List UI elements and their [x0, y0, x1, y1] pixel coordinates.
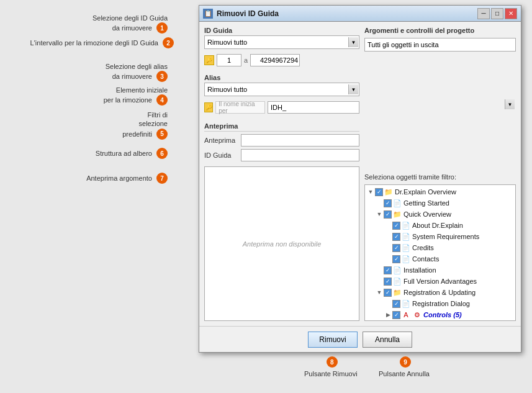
expand-icon[interactable] [384, 221, 392, 230]
tree-item[interactable]: ✓ 📄 Contacts [366, 253, 514, 264]
preview-anteprima-input[interactable] [241, 134, 359, 147]
badge-9: 9 [400, 356, 411, 368]
id-guida-preview-input[interactable] [241, 149, 359, 161]
right-panel: Argomenti e controlli del progetto Tutti… [364, 27, 516, 321]
right-panel-label: Argomenti e controlli del progetto [364, 27, 474, 34]
alias-dropdown-container: Rimuovi tutto ▼ [204, 83, 359, 96]
tree-item[interactable]: ▼ ✓ 📁 Registration & Updating [366, 287, 514, 298]
filter-placeholder-label: Il nome inizia per [215, 101, 265, 114]
dialog-controls: ─ □ ✕ [477, 8, 517, 19]
alias-label: Alias [204, 74, 359, 81]
tree-checkbox[interactable]: ✓ [384, 278, 392, 286]
tree-container[interactable]: ▼ ✓ 📁 Dr.Explain Overview ✓ 📄 Getting St… [364, 184, 516, 321]
maximize-button[interactable]: □ [491, 8, 503, 19]
page-icon: 📄 [401, 299, 411, 308]
preview-field-label: Anteprima [204, 137, 238, 144]
filter-value-input[interactable] [268, 101, 359, 114]
tree-checkbox[interactable]: ✓ [384, 266, 392, 274]
page-icon: 📄 [392, 266, 402, 274]
tree-checkbox[interactable]: ✓ [392, 300, 400, 308]
page-icon: 📄 [401, 243, 411, 252]
tree-item[interactable]: ✓ 📄 Getting Started [366, 197, 514, 209]
tree-item[interactable]: ▼ ✓ 📁 Application Main Window [366, 320, 514, 321]
badge-6: 6 [156, 148, 168, 159]
range-from-input[interactable] [217, 54, 241, 66]
tree-checkbox[interactable]: ✓ [384, 210, 392, 219]
annotation-7: Anteprima argomento 7 [28, 173, 168, 184]
tree-checkbox[interactable]: ✓ [375, 188, 383, 196]
tree-item[interactable]: ✓ 📄 System Requirements [366, 231, 514, 242]
bottom-annotation-9: 9 Pulsante Annulla [379, 356, 430, 377]
tree-item-text: Installation [404, 266, 436, 274]
tree-checkbox[interactable]: ✓ [392, 255, 400, 263]
expand-icon[interactable] [375, 199, 384, 207]
alias-dropdown[interactable]: Rimuovi tutto [204, 83, 359, 96]
right-dropdown-arrow-icon: ▼ [505, 99, 515, 109]
tree-item-text: Dr.Explain Overview [395, 188, 456, 196]
annotation-3: Selezione degli alias da rimuovere 3 [19, 62, 168, 82]
page-icon: 📄 [401, 221, 411, 230]
tree-item[interactable]: ▶ ✓ A ⚙ Controls (5) [366, 309, 514, 320]
alias-section: Alias Rimuovi tutto ▼ [204, 74, 359, 96]
page-icon: 📄 [401, 255, 411, 263]
gear-icon: ⚙ [412, 310, 422, 319]
expand-icon[interactable] [384, 232, 392, 241]
expand-icon[interactable]: ▼ [366, 187, 375, 196]
folder-icon: 📁 [384, 187, 394, 196]
right-dropdown-container: Tutti gli oggetti in uscita ▼ [364, 38, 516, 171]
id-guida-dropdown-container: Rimuovi tutto ▼ [204, 35, 359, 49]
expand-icon[interactable] [384, 299, 392, 308]
pulsante-rimuovi-label: Pulsante Rimuovi [304, 370, 358, 377]
expand-icon[interactable] [375, 277, 384, 286]
pulsante-annulla-label: Pulsante Annulla [379, 370, 430, 377]
tree-item[interactable]: ▼ ✓ 📁 Dr.Explain Overview [366, 186, 514, 197]
tree-checkbox[interactable]: ✓ [392, 244, 400, 252]
expand-icon[interactable]: ▼ [375, 210, 384, 219]
close-button[interactable]: ✕ [505, 8, 517, 19]
dialog-footer: Rimuovi Annulla [199, 326, 521, 352]
dialog-icon: 📋 [203, 9, 213, 19]
page-icon: 📄 [401, 232, 411, 241]
tree-item-text: Credits [412, 244, 434, 251]
tree-item[interactable]: ✓ 📄 About Dr.Explain [366, 220, 514, 231]
tree-checkbox[interactable]: ✓ [392, 311, 400, 319]
filter-input-row: 🔑 Il nome inizia per [204, 101, 359, 114]
preview-section-label: Anteprima [204, 122, 359, 132]
left-panel: ID Guida Rimuovi tutto ▼ 🔑 a Alias [204, 27, 359, 321]
badge-3: 3 [156, 71, 168, 82]
tree-checkbox[interactable]: ✓ [392, 222, 400, 230]
range-row: 🔑 a [204, 53, 359, 68]
filter-icon: 🔑 [204, 102, 213, 112]
tree-item-text: System Requirements [412, 233, 479, 240]
expand-icon[interactable] [375, 266, 384, 274]
tree-item[interactable]: ✓ 📄 Installation [366, 264, 514, 276]
id-guida-dropdown[interactable]: Rimuovi tutto [204, 35, 359, 49]
page-icon: 📄 [392, 199, 402, 207]
badge-5: 5 [156, 129, 168, 140]
expand-icon[interactable] [384, 243, 392, 252]
cancel-button[interactable]: Annulla [363, 332, 412, 348]
preview-field-row: Anteprima [204, 134, 359, 147]
expand-icon[interactable]: ▶ [384, 310, 392, 319]
tree-item-text: Registration Dialog [412, 300, 470, 307]
range-to-input[interactable] [250, 54, 300, 66]
right-dropdown[interactable]: Tutti gli oggetti in uscita [364, 38, 516, 52]
bottom-annotation-8: 8 Pulsante Rimuovi [304, 356, 358, 377]
annotation-1: Selezione degli ID Guida da rimuovere 1 [19, 14, 168, 34]
tree-item[interactable]: ▼ ✓ 📁 Quick Overview [366, 209, 514, 220]
expand-icon[interactable] [384, 255, 392, 263]
id-guida-label: ID Guida [204, 27, 359, 34]
tree-checkbox[interactable]: ✓ [384, 199, 392, 207]
expand-icon[interactable]: ▼ [375, 288, 384, 297]
right-top: Argomenti e controlli del progetto [364, 27, 516, 34]
tree-item[interactable]: ✓ 📄 Credits [366, 242, 514, 253]
tree-item[interactable]: ✓ 📄 Full Version Advantages [366, 276, 514, 287]
filter-by-label: Seleziona oggetti tramite filtro: [364, 173, 516, 181]
dialog-title: Rimuovi ID Guida [217, 9, 477, 18]
minimize-button[interactable]: ─ [477, 8, 490, 19]
remove-button[interactable]: Rimuovi [308, 332, 358, 348]
badge-7: 7 [156, 173, 168, 184]
tree-checkbox[interactable]: ✓ [384, 289, 392, 297]
tree-item[interactable]: ✓ 📄 Registration Dialog [366, 298, 514, 309]
tree-checkbox[interactable]: ✓ [392, 233, 400, 241]
